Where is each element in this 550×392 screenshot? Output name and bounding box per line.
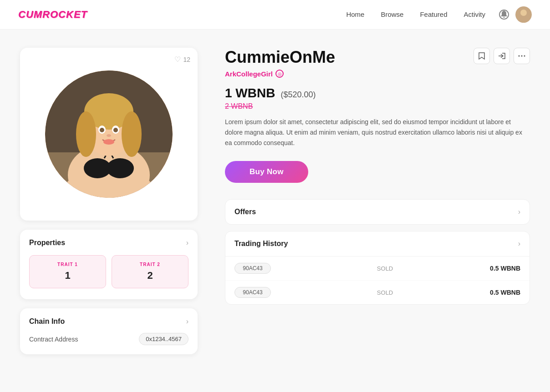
table-row: 90AC43 SOLD 0.5 WBNB (225, 256, 530, 281)
user-avatar[interactable] (515, 6, 532, 23)
properties-title: Properties (29, 239, 65, 247)
creator-name[interactable]: ArkCollegeGirl (225, 70, 273, 78)
svg-point-9 (107, 158, 134, 178)
offers-title: Offers (234, 208, 256, 216)
right-column: CummieOnMe ArkCollegeGirl ◎ (225, 48, 530, 311)
svg-point-1 (520, 10, 527, 16)
svg-point-24 (521, 55, 523, 57)
chain-info-header[interactable]: Chain Info › (29, 317, 188, 326)
nav-link-featured[interactable]: Featured (420, 10, 447, 18)
tx-status-2: SOLD (280, 289, 490, 296)
nav-link-browse[interactable]: Browse (381, 10, 403, 18)
nav-right (499, 6, 532, 23)
nft-action-buttons (474, 48, 530, 64)
trading-history-title: Trading History (234, 240, 288, 248)
bookmark-button[interactable] (474, 48, 490, 64)
more-options-button[interactable] (514, 48, 530, 64)
nft-header-row: CummieOnMe ArkCollegeGirl ◎ (225, 48, 530, 86)
nav-link-home[interactable]: Home (346, 10, 364, 18)
main-content: ♡ 12 (11, 48, 539, 354)
nav-item-featured[interactable]: Featured (420, 10, 447, 19)
table-row: 90AC43 SOLD 0.5 WBNB (225, 281, 530, 304)
notification-bell-icon[interactable] (499, 10, 509, 20)
nft-image-card: ♡ 12 (20, 48, 198, 221)
nft-image (45, 70, 173, 198)
trait-1-label: TRAIT 1 (35, 262, 100, 267)
traits-grid: TRAIT 1 1 TRAIT 2 2 (29, 255, 188, 288)
contract-address-value[interactable]: 0x1234..4567 (139, 333, 188, 345)
trait-box-1: TRAIT 1 1 (29, 255, 106, 288)
logo[interactable]: CumRocket (18, 9, 87, 20)
svg-point-15 (76, 111, 96, 157)
trait-1-value: 1 (35, 270, 100, 281)
svg-point-19 (100, 128, 104, 132)
nav-links: Home Browse Featured Activity (346, 10, 485, 19)
heart-icon: ♡ (174, 55, 181, 64)
svg-point-22 (107, 134, 111, 137)
tx-amount-2: 0.5 WBNB (490, 289, 520, 296)
trading-history-chevron-icon: › (518, 240, 520, 248)
svg-point-25 (524, 55, 525, 57)
buy-now-button[interactable]: Buy Now (225, 161, 308, 183)
nav-item-home[interactable]: Home (346, 10, 364, 19)
svg-point-20 (113, 128, 118, 132)
left-column: ♡ 12 (20, 48, 198, 354)
trait-2-value: 2 (117, 270, 183, 281)
trading-history-card: Trading History › 90AC43 SOLD 0.5 WBNB 9… (225, 231, 530, 305)
svg-point-23 (519, 55, 520, 57)
chain-chevron-icon: › (186, 317, 188, 326)
contract-address-row: Contract Address 0x1234..4567 (29, 333, 188, 345)
svg-point-21 (103, 139, 114, 145)
tx-amount-1: 0.5 WBNB (490, 265, 520, 272)
nav-item-browse[interactable]: Browse (381, 10, 403, 19)
offers-section[interactable]: Offers › (225, 199, 530, 225)
navbar: CumRocket Home Browse Featured Activity (0, 0, 550, 30)
price-old: 2 WBNB (225, 102, 530, 111)
nav-item-activity[interactable]: Activity (463, 10, 485, 19)
trait-2-label: TRAIT 2 (117, 262, 183, 267)
trading-history-header[interactable]: Trading History › (225, 231, 530, 256)
share-button[interactable] (494, 48, 510, 64)
nft-title: CummieOnMe (225, 48, 335, 67)
chain-info-card: Chain Info › Contract Address 0x1234..45… (20, 308, 198, 354)
tx-address-2[interactable]: 90AC43 (234, 287, 271, 298)
properties-card: Properties › TRAIT 1 1 TRAIT 2 2 (20, 230, 198, 299)
price-usd: ($520.00) (280, 90, 316, 100)
like-button[interactable]: ♡ 12 (174, 55, 190, 64)
tx-address-1[interactable]: 90AC43 (234, 263, 271, 274)
price-wbnb: 1 WBNB (225, 86, 275, 101)
trait-box-2: TRAIT 2 2 (112, 255, 188, 288)
like-count: 12 (183, 56, 190, 63)
svg-point-16 (122, 111, 142, 157)
tx-status-1: SOLD (280, 265, 490, 272)
nft-info: CummieOnMe ArkCollegeGirl ◎ (225, 48, 335, 86)
creator-verified-icon: ◎ (275, 70, 284, 78)
properties-chevron-icon: › (186, 239, 188, 247)
nft-description: Lorem ipsum dolor sit amet, consectetur … (225, 117, 525, 148)
contract-address-label: Contract Address (29, 336, 78, 343)
nav-link-activity[interactable]: Activity (463, 10, 485, 18)
price-row: 1 WBNB ($520.00) (225, 86, 530, 101)
properties-header[interactable]: Properties › (29, 239, 188, 247)
chain-info-title: Chain Info (29, 317, 65, 326)
offers-chevron-icon: › (518, 208, 520, 216)
creator-row: ArkCollegeGirl ◎ (225, 70, 335, 78)
